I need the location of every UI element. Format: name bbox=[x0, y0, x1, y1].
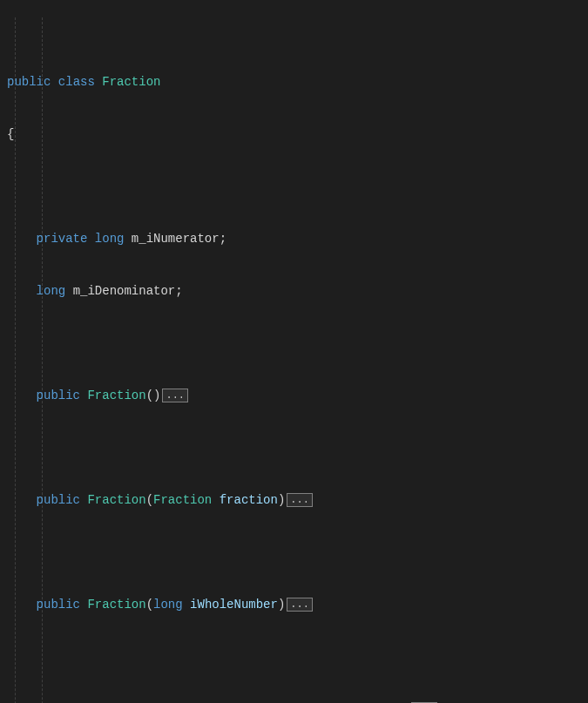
code-line[interactable]: public Fraction()... bbox=[0, 387, 588, 404]
blank-line[interactable] bbox=[0, 648, 588, 666]
field-name: m_iDenominator bbox=[73, 284, 176, 298]
constructor-name: Fraction bbox=[87, 389, 145, 402]
code-line[interactable]: public class Fraction bbox=[0, 73, 588, 91]
keyword-long: long bbox=[95, 232, 125, 246]
code-line[interactable]: public Fraction(Fraction fraction)... bbox=[0, 491, 588, 509]
blank-line[interactable] bbox=[0, 544, 588, 561]
code-line[interactable]: long m_iDenominator; bbox=[0, 282, 588, 300]
blank-line[interactable] bbox=[0, 178, 588, 195]
type-name: Fraction bbox=[102, 75, 160, 89]
brace-open: { bbox=[7, 127, 14, 141]
keyword-private: private bbox=[37, 232, 88, 246]
blank-line[interactable] bbox=[0, 335, 588, 352]
fold-marker[interactable]: ... bbox=[287, 598, 313, 612]
code-line[interactable]: { bbox=[0, 125, 588, 143]
blank-line[interactable] bbox=[0, 439, 588, 456]
keyword-public: public bbox=[7, 75, 51, 89]
keyword-class: class bbox=[58, 75, 95, 89]
parameter: fraction bbox=[220, 493, 278, 507]
code-editor[interactable]: public class Fraction { private long m_i… bbox=[0, 0, 588, 703]
code-line[interactable]: public Fraction(long iWholeNumber)... bbox=[0, 596, 588, 613]
keyword-long: long bbox=[37, 284, 66, 298]
fold-marker[interactable]: ... bbox=[287, 493, 313, 507]
field-name: m_iNumerator bbox=[132, 232, 220, 246]
code-line[interactable]: private long m_iNumerator; bbox=[0, 230, 588, 247]
fold-marker[interactable]: ... bbox=[162, 389, 188, 402]
